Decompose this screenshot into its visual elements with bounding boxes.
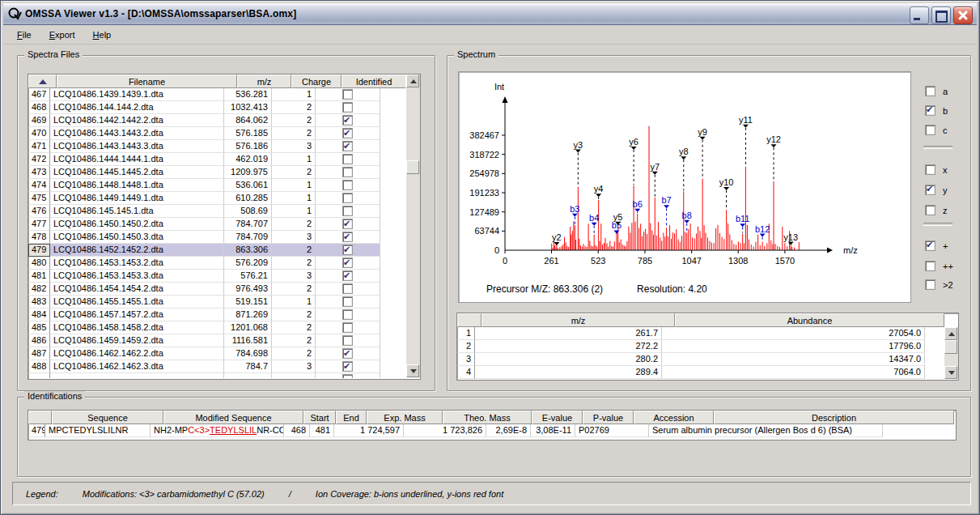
table-row[interactable]: 468LCQ10486.144.144.2.dta1032.4132 (28, 101, 420, 114)
identified-checkbox[interactable] (342, 348, 353, 359)
identified-checkbox[interactable] (342, 374, 353, 378)
ident-header-e-value[interactable]: E-value (532, 411, 583, 424)
ident-header-p-value[interactable]: P-value (583, 411, 634, 424)
table-row[interactable]: 475LCQ10486.1449.1449.1.dta610.2851 (28, 192, 420, 205)
menu-item-file[interactable]: File (10, 28, 39, 42)
table-row[interactable]: 473LCQ10486.1445.1445.2.dta1209.9752 (28, 166, 420, 179)
ion-option-c[interactable]: c (925, 125, 948, 135)
ion-checkbox[interactable] (925, 185, 935, 195)
peak-header-Abundance[interactable]: Abundance (675, 313, 944, 327)
spectra-header-m/z[interactable]: m/z (237, 74, 291, 88)
identified-checkbox[interactable] (342, 180, 353, 190)
ion-option-y[interactable]: y (925, 185, 948, 195)
ion-option-plus[interactable]: + (925, 240, 948, 251)
identified-checkbox[interactable] (342, 283, 353, 294)
table-row[interactable]: 472LCQ10486.1444.1444.1.dta462.0191 (28, 153, 420, 166)
ion-checkbox[interactable] (925, 261, 935, 271)
identified-checkbox[interactable] (342, 102, 353, 113)
identified-checkbox[interactable] (342, 335, 353, 346)
scrollbar-thumb[interactable] (944, 340, 957, 354)
identified-checkbox[interactable] (342, 128, 353, 138)
peak-table-scrollbar[interactable] (944, 327, 958, 379)
ident-header-modified-sequence[interactable]: Modified Sequence (163, 411, 303, 424)
spectra-header-Charge[interactable]: Charge (291, 74, 342, 88)
list-item[interactable]: 3280.214347.0 (457, 353, 958, 366)
ion-checkbox[interactable] (925, 240, 935, 251)
ion-checkbox[interactable] (925, 279, 935, 290)
identified-checkbox[interactable] (342, 258, 353, 268)
menu-item-help[interactable]: Help (86, 28, 119, 42)
identified-checkbox[interactable] (342, 322, 353, 333)
spectrum-plot[interactable]: m/zInt0261523785104713081570063744127489… (458, 71, 911, 303)
identified-checkbox[interactable] (342, 296, 353, 307)
identified-checkbox[interactable] (342, 141, 353, 151)
spectra-header-Identified[interactable]: Identified (342, 74, 406, 88)
ident-header-exp-mass[interactable]: Exp. Mass (367, 411, 443, 424)
minimize-button[interactable] (910, 6, 929, 24)
scroll-down-button[interactable] (944, 366, 957, 379)
list-item[interactable]: 4289.47064.0 (457, 366, 958, 379)
ion-checkbox[interactable] (925, 105, 935, 116)
table-row[interactable]: 480LCQ10486.1453.1453.2.dta576.2092 (28, 257, 420, 270)
identified-checkbox[interactable] (342, 154, 353, 164)
ident-header-theo-mass[interactable]: Theo. Mass (443, 411, 532, 424)
ident-header-description[interactable]: Description (714, 411, 954, 424)
table-row[interactable]: 485LCQ10486.1458.1458.2.dta1201.0682 (28, 321, 420, 334)
ion-checkbox[interactable] (925, 86, 935, 96)
ident-header-row-number[interactable] (28, 411, 52, 424)
table-row[interactable]: 477LCQ10486.1450.1450.2.dta784.7072 (28, 218, 420, 231)
ion-option-gt2[interactable]: >2 (925, 279, 953, 290)
ion-checkbox[interactable] (925, 205, 935, 215)
table-row[interactable]: 484LCQ10486.1457.1457.2.dta871.2692 (28, 309, 420, 321)
identified-checkbox[interactable] (342, 270, 353, 281)
table-row[interactable]: 467LCQ10486.1439.1439.1.dta536.2811 (28, 88, 420, 101)
scroll-up-button[interactable] (406, 74, 419, 87)
identified-checkbox[interactable] (342, 232, 353, 242)
peak-header-row-number[interactable] (457, 313, 482, 327)
table-row[interactable]: 469LCQ10486.1442.1442.2.dta864.0622 (28, 114, 420, 127)
identified-checkbox[interactable] (342, 206, 353, 216)
ion-checkbox[interactable] (925, 164, 935, 175)
table-row[interactable]: 481LCQ10486.1453.1453.3.dta576.213 (28, 270, 420, 283)
ident-header-end[interactable]: End (336, 411, 367, 424)
close-button[interactable] (953, 6, 973, 24)
scroll-up-button[interactable] (944, 327, 957, 340)
identified-checkbox[interactable] (342, 167, 353, 177)
spectra-header-row-number[interactable] (28, 74, 57, 88)
table-row[interactable]: 486LCQ10486.1459.1459.2.dta1116.5812 (28, 334, 420, 347)
table-row[interactable]: 474LCQ10486.1448.1448.1.dta536.0611 (28, 179, 420, 192)
peak-header-m/z[interactable]: m/z (482, 313, 675, 327)
table-row[interactable]: 476LCQ10486.145.145.1.dta508.691 (28, 205, 420, 218)
table-row[interactable]: 471LCQ10486.1443.1443.3.dta576.1863 (28, 140, 420, 153)
ion-option-a[interactable]: a (925, 86, 948, 96)
identified-checkbox[interactable] (342, 245, 353, 255)
table-row[interactable]: 479MPCTEDYLSLILNRNH2-MPC<3>TEDYLSLILNR-C… (28, 424, 956, 437)
table-row[interactable]: 483LCQ10486.1455.1455.1.dta519.1511 (28, 296, 420, 309)
ident-header-sequence[interactable]: Sequence (52, 411, 163, 424)
ion-option-x[interactable]: x (925, 164, 948, 175)
identified-checkbox[interactable] (342, 193, 353, 203)
table-row[interactable]: 479LCQ10486.1452.1452.2.dta863.3062 (28, 244, 420, 257)
identified-checkbox[interactable] (342, 309, 353, 320)
list-item[interactable]: 1261.727054.0 (457, 327, 958, 340)
list-item[interactable]: 2272.217796.0 (457, 340, 958, 353)
table-row[interactable]: 482LCQ10486.1454.1454.2.dta976.4932 (28, 283, 420, 296)
ion-option-b[interactable]: b (925, 105, 948, 116)
table-row[interactable]: 487LCQ10486.1462.1462.2.dta784.6982 (28, 347, 420, 360)
spectra-table-scrollbar[interactable] (405, 74, 420, 377)
title-bar[interactable]: OMSSA Viewer v1.3 - [D:\OMSSA\omssaparse… (3, 3, 977, 25)
ion-option-z[interactable]: z (925, 205, 948, 215)
ion-option-plusplus[interactable]: ++ (925, 261, 953, 271)
scrollbar-thumb[interactable] (406, 160, 419, 174)
table-row[interactable]: 478LCQ10486.1450.1450.3.dta784.7093 (28, 231, 420, 244)
table-row[interactable]: 470LCQ10486.1443.1443.2.dta576.1852 (28, 127, 420, 140)
identified-checkbox[interactable] (342, 361, 353, 372)
scroll-down-button[interactable] (406, 364, 419, 377)
ident-header-start[interactable]: Start (303, 411, 336, 424)
table-row[interactable]: 488LCQ10486.1462.1462.3.dta784.73 (28, 360, 420, 373)
maximize-button[interactable] (931, 6, 951, 24)
spectra-header-Filename[interactable]: Filename (57, 74, 237, 88)
ion-checkbox[interactable] (925, 125, 935, 135)
ident-header-accession[interactable]: Accession (634, 411, 714, 424)
identified-checkbox[interactable] (342, 89, 353, 100)
